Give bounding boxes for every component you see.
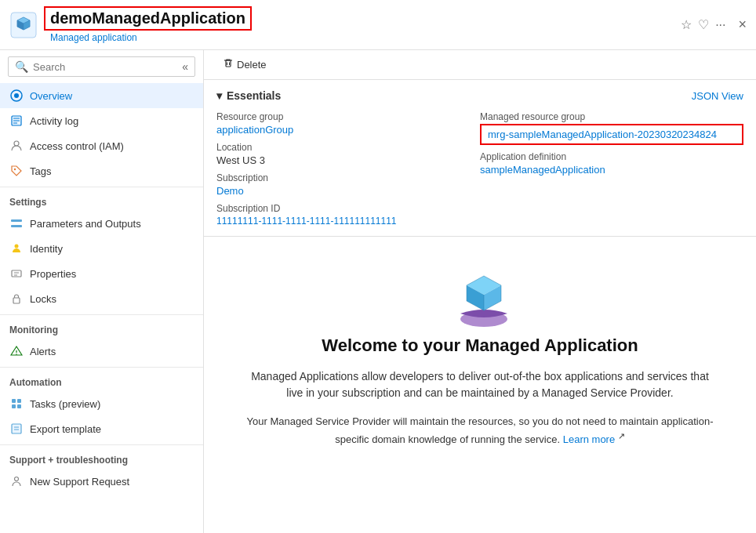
external-link-icon: ↗ (618, 431, 625, 441)
sidebar-item-tags[interactable]: Tags (0, 158, 203, 183)
sidebar-item-new-support[interactable]: New Support Request (0, 469, 203, 494)
json-view-link[interactable]: JSON View (692, 90, 743, 102)
app-definition-label: Application definition (480, 151, 743, 162)
svg-rect-25 (12, 404, 16, 408)
tasks-icon (9, 397, 24, 411)
sidebar-item-locks[interactable]: Locks (0, 286, 203, 311)
essentials-header: ▾ Essentials JSON View (216, 89, 743, 102)
svg-rect-23 (12, 399, 16, 403)
overview-icon (9, 89, 24, 103)
sidebar-item-alerts[interactable]: Alerts (0, 339, 203, 364)
welcome-description: Managed Applications allow developers to… (245, 368, 715, 401)
support-icon (9, 474, 24, 488)
app-definition-field: Application definition sampleManagedAppl… (480, 151, 743, 176)
access-control-label: Access control (IAM) (30, 140, 124, 152)
app-definition-value[interactable]: sampleManagedApplication (480, 164, 743, 176)
svg-point-11 (14, 141, 19, 146)
properties-icon (9, 266, 24, 281)
app-subtitle: Managed application (44, 32, 674, 43)
overview-label: Overview (30, 90, 72, 102)
delete-icon (223, 58, 234, 71)
delete-button[interactable]: Delete (216, 55, 273, 74)
settings-section-header: Settings (0, 187, 203, 211)
svg-point-6 (14, 93, 19, 98)
managed-rg-box: mrg-sampleManagedApplication-20230320234… (480, 124, 743, 145)
header-actions: ☆ ♡ ··· × (681, 16, 747, 33)
search-icon: 🔍 (15, 60, 28, 73)
main-layout: 🔍 « Overview Activity log Access control… (0, 50, 756, 533)
search-box[interactable]: 🔍 « (8, 56, 195, 77)
location-label: Location (216, 142, 480, 153)
sidebar-item-overview[interactable]: Overview (0, 83, 203, 108)
svg-rect-16 (12, 270, 21, 277)
svg-rect-26 (17, 404, 21, 408)
sidebar: 🔍 « Overview Activity log Access control… (0, 50, 204, 533)
new-support-label: New Support Request (30, 476, 129, 488)
subscription-field: Subscription Demo (216, 172, 480, 197)
delete-label: Delete (237, 59, 267, 71)
locks-icon (9, 292, 24, 306)
more-icon[interactable]: ··· (715, 18, 725, 32)
sidebar-item-tasks[interactable]: Tasks (preview) (0, 391, 203, 416)
learn-more-link[interactable]: Learn more (563, 433, 615, 445)
collapse-icon[interactable]: « (182, 60, 188, 73)
locks-label: Locks (30, 293, 56, 305)
toolbar: Delete (204, 50, 756, 80)
essentials-section: ▾ Essentials JSON View Resource group ap… (204, 80, 756, 237)
managed-rg-value[interactable]: mrg-sampleManagedApplication-20230320234… (488, 129, 717, 140)
favorite-icon[interactable]: ♡ (698, 17, 709, 32)
managed-rg-field: Managed resource group mrg-sampleManaged… (480, 111, 743, 145)
identity-label: Identity (30, 243, 63, 255)
sidebar-item-activity-log[interactable]: Activity log (0, 108, 203, 133)
location-value: West US 3 (216, 154, 480, 166)
essentials-collapse-icon[interactable]: ▾ (216, 89, 222, 102)
parameters-icon (9, 216, 24, 230)
svg-rect-14 (11, 225, 22, 227)
activity-log-label: Activity log (30, 115, 78, 127)
automation-section-header: Automation (0, 367, 203, 391)
essentials-title: ▾ Essentials (216, 89, 281, 102)
app-title-block: demoManagedApplication Managed applicati… (44, 6, 674, 43)
managed-rg-label: Managed resource group (480, 111, 743, 122)
monitoring-section-header: Monitoring (0, 314, 203, 339)
svg-point-22 (16, 354, 17, 355)
activity-log-icon (9, 114, 24, 128)
sidebar-item-properties[interactable]: Properties (0, 261, 203, 286)
svg-rect-27 (12, 424, 21, 433)
content-area: Delete ▾ Essentials JSON View Resource g… (204, 50, 756, 533)
sidebar-item-access-control[interactable]: Access control (IAM) (0, 133, 203, 158)
svg-rect-24 (17, 399, 21, 403)
tasks-label: Tasks (preview) (30, 398, 100, 410)
svg-point-12 (14, 169, 16, 170)
sidebar-item-export-template[interactable]: Export template (0, 416, 203, 441)
subscription-id-field: Subscription ID 11111111-1111-1111-1111-… (216, 203, 480, 227)
resource-group-field: Resource group applicationGroup (216, 111, 480, 136)
svg-rect-19 (13, 298, 20, 303)
close-button[interactable]: × (738, 16, 747, 33)
essentials-title-label: Essentials (227, 89, 281, 102)
identity-icon (9, 241, 24, 256)
welcome-icon (445, 260, 515, 323)
export-template-label: Export template (30, 423, 101, 435)
parameters-label: Parameters and Outputs (30, 218, 141, 230)
svg-point-30 (15, 477, 19, 481)
subscription-id-value: 11111111-1111-1111-1111-111111111111 (216, 216, 480, 227)
alerts-icon (9, 344, 24, 358)
app-title: demoManagedApplication (44, 6, 252, 31)
subscription-id-label: Subscription ID (216, 203, 480, 214)
essentials-col-right: Managed resource group mrg-sampleManaged… (480, 111, 743, 227)
search-input[interactable] (33, 61, 177, 73)
welcome-section: Welcome to your Managed Application Mana… (204, 237, 756, 470)
resource-group-value[interactable]: applicationGroup (216, 124, 480, 136)
pin-icon[interactable]: ☆ (681, 17, 692, 32)
essentials-col-left: Resource group applicationGroup Location… (216, 111, 480, 227)
svg-point-15 (15, 245, 19, 248)
subscription-value[interactable]: Demo (216, 185, 480, 197)
subscription-label: Subscription (216, 172, 480, 183)
support-section-header: Support + troubleshooting (0, 444, 203, 469)
sidebar-item-parameters[interactable]: Parameters and Outputs (0, 211, 203, 236)
welcome-title: Welcome to your Managed Application (322, 335, 638, 356)
access-control-icon (9, 139, 24, 153)
properties-label: Properties (30, 268, 76, 280)
sidebar-item-identity[interactable]: Identity (0, 236, 203, 261)
